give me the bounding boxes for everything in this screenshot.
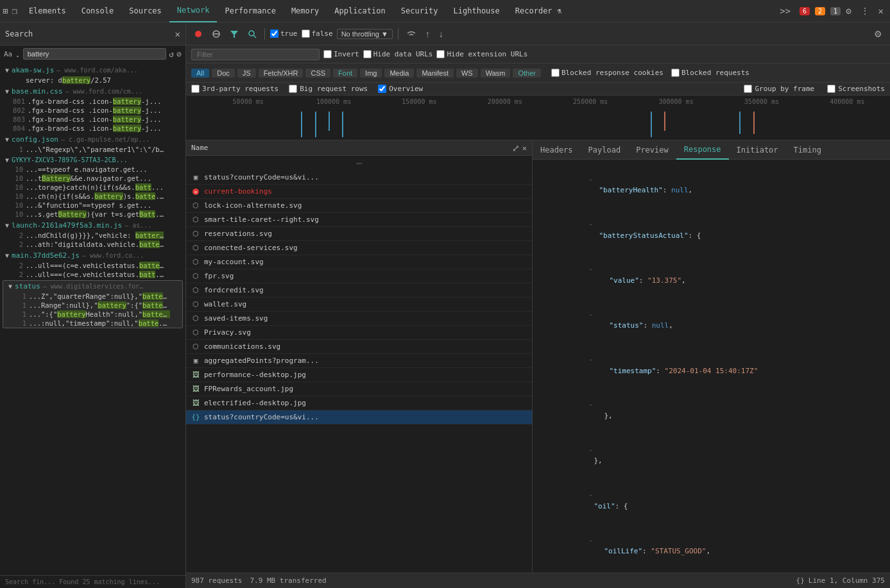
invert-input[interactable] [323,50,332,58]
hide-ext-checkbox[interactable]: Hide extension URLs [436,50,527,58]
devtools-resize-icon[interactable]: ❐ [12,6,17,16]
filter-fetch[interactable]: Fetch/XHR [259,69,304,78]
disable-cache-input[interactable] [302,29,310,38]
search-file-header[interactable]: ▼ base.min.css — www.ford.com/cm... [0,86,185,97]
tab-recorder[interactable]: Recorder ⚗ [508,0,569,22]
big-rows-checkbox[interactable]: Big request rows [289,85,368,93]
search-file-header[interactable]: ▼ launch-2161a479f5a3.min.js — as... [0,220,185,231]
overview-input[interactable] [378,85,386,93]
blocked-cookies-input[interactable] [551,69,560,77]
list-item[interactable]: 10 ...==typeof e.navigator.get... [0,165,185,174]
table-row[interactable]: ⬡ Privacy.svg [186,326,532,340]
tab-elements[interactable]: Elements [21,0,74,22]
tab-response[interactable]: Response [676,140,729,160]
tab-preview[interactable]: Preview [628,140,676,160]
dot-menu[interactable]: . [15,49,20,59]
table-row[interactable]: 🖼 electrified--desktop.jpg [186,396,532,410]
filter-font[interactable]: Font [333,69,357,78]
upload-icon[interactable]: ↑ [423,28,432,40]
table-row[interactable]: ⬡ saved-items.svg [186,312,532,326]
filter-manifest[interactable]: Manifest [416,69,454,78]
preserve-log-input[interactable] [270,29,278,38]
search-refresh-icon[interactable]: ↺ [169,49,174,59]
filter-all[interactable]: All [191,69,209,78]
group-frame-checkbox[interactable]: Group by frame [744,85,814,93]
tab-memory[interactable]: Memory [284,0,327,22]
search-file-header[interactable]: ▼ status — www.digitalservices.ford... [3,281,182,292]
search-file-header[interactable]: ▼ GYKYY-ZXCV3-7897G-57TA3-2CB... [0,155,185,165]
list-item[interactable]: 10 ...tBattery&&e.navigator.get... [0,174,185,183]
group-frame-input[interactable] [744,85,752,93]
filter-img[interactable]: Img [360,69,382,78]
tab-performance[interactable]: Performance [217,0,283,22]
tab-sources[interactable]: Sources [121,0,169,22]
tab-console[interactable]: Console [74,0,122,22]
filter-css[interactable]: CSS [305,69,330,78]
filter-wasm[interactable]: Wasm [481,69,511,78]
table-row[interactable]: ▣ status?countryCode=us&vi... [186,171,532,185]
filter-doc[interactable]: Doc [212,69,235,78]
screenshots-checkbox[interactable]: Screenshots [827,85,885,93]
list-item[interactable]: 804 .fgx-brand-css .icon-battery-j... [0,124,185,133]
disable-cache-checkbox[interactable]: false [302,29,333,38]
third-party-checkbox[interactable]: 3rd-party requests [191,85,278,93]
table-row[interactable]: ▣ aggregatedPoints?program... [186,354,532,368]
tab-payload[interactable]: Payload [581,140,629,160]
table-row[interactable]: ⬡ lock-icon-alternate.svg [186,199,532,213]
list-item[interactable]: 1 ...:null,"timestamp":null,"batte... [3,319,182,328]
settings-icon[interactable]: ⚙ [846,6,851,16]
wifi-icon[interactable] [404,28,419,40]
filter-other[interactable]: Other [513,69,541,78]
throttling-button[interactable]: No throttling ▼ [337,29,393,39]
tab-security[interactable]: Security [393,0,446,22]
list-item[interactable]: 801 .fgx-brand-css .icon-battery-j... [0,97,185,106]
hide-data-input[interactable] [363,50,372,58]
third-party-input[interactable] [191,85,200,93]
table-row[interactable]: ⬡ reservations.svg [186,227,532,241]
tab-headers[interactable]: Headers [533,140,581,160]
list-item[interactable]: 10 ...&"function"==typeof s.get... [0,201,185,210]
close-devtools-icon[interactable]: ✕ [878,6,884,16]
list-item[interactable]: 10 ...s.getBattery){var t=s.getBatt... [0,210,185,219]
blocked-requests-input[interactable] [671,69,680,77]
list-item[interactable]: 2 ...ull===(c=e.vehiclestatus.batt... [0,270,185,279]
network-settings-icon[interactable]: ⚙ [871,28,885,40]
close-detail-icon[interactable]: ✕ [522,144,527,153]
screenshots-input[interactable] [827,85,835,93]
table-row[interactable]: ⬡ my-account.svg [186,255,532,269]
search-file-header[interactable]: ▼ akam-sw.js — www.ford.com/aka... [0,65,185,76]
timeline-bar[interactable]: 50000 ms 100000 ms 150000 ms 200000 ms 2… [186,96,890,140]
list-item[interactable]: 10 ...ch(n){if(s&&s.battery)s.batte... [0,192,185,201]
search-input[interactable] [23,48,167,60]
table-row[interactable]: ⬡ fordcredit.svg [186,283,532,298]
clear-button[interactable] [209,28,223,40]
list-item[interactable]: 2 ...ndChild(g)}}},"vehicle: battery... [0,231,185,240]
list-item[interactable]: 803 .fgx-brand-css .icon-battery-j... [0,115,185,124]
table-row[interactable]: 🖼 FPRewards_account.jpg [186,382,532,396]
search-clear-icon[interactable]: ⊘ [176,49,182,59]
tab-network[interactable]: Network [169,0,218,22]
list-item[interactable]: 10 ...torage}catch(n){if(s&&s.batt... [0,183,185,192]
devtools-dock-icon[interactable]: ⊞ [3,6,8,16]
table-row[interactable]: ⬡ wallet.svg [186,298,532,312]
list-item[interactable]: 802 .fgx-brand-css .icon-battery-j... [0,106,185,115]
filter-media[interactable]: Media [384,69,414,78]
invert-checkbox[interactable]: Invert [323,50,359,58]
search-file-header[interactable]: ▼ main.37dd5e62.js — www.ford.co... [0,250,185,261]
tab-lighthouse[interactable]: Lighthouse [446,0,508,22]
list-item[interactable]: 1 ...\"Regexp\",\"parameter1\":\"/batt..… [0,145,185,154]
filter-input[interactable] [191,49,320,60]
filter-button[interactable] [227,28,241,40]
table-row[interactable]: ⬡ communications.svg [186,340,532,354]
table-row[interactable]: {} status?countryCode=us&vi... [186,410,532,424]
blocked-cookies-checkbox[interactable]: Blocked response cookies [551,69,663,77]
table-row[interactable]: ⬡ smart-tile-caret--right.svg [186,213,532,227]
tab-application[interactable]: Application [327,0,393,22]
filter-js[interactable]: JS [237,69,256,78]
search-file-header[interactable]: ▼ config.json — c.go-mpulse.net/ap... [0,134,185,145]
table-row[interactable]: 🖼 performance--desktop.jpg [186,368,532,382]
overview-checkbox[interactable]: Overview [378,85,423,93]
more-tabs-icon[interactable]: >> [780,6,791,16]
resize-icon[interactable]: ⤢ [509,142,522,155]
more-icon[interactable]: ⋮ [860,6,869,16]
